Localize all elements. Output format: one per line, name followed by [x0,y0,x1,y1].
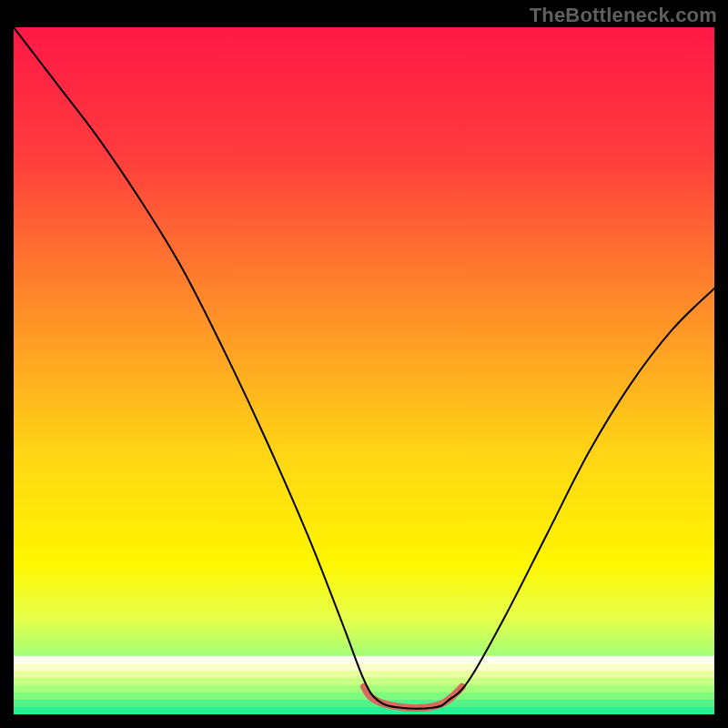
gradient-background [14,27,714,714]
bottom-stripe [14,700,714,708]
bottom-stripe [14,663,714,672]
bottom-stripe [14,656,714,664]
chart-svg [14,27,714,714]
plot-area [14,27,714,714]
chart-frame: TheBottleneck.com [0,0,728,728]
watermark-text: TheBottleneck.com [530,4,717,27]
bottom-stripe [14,671,714,679]
bottom-stripe [14,707,714,714]
